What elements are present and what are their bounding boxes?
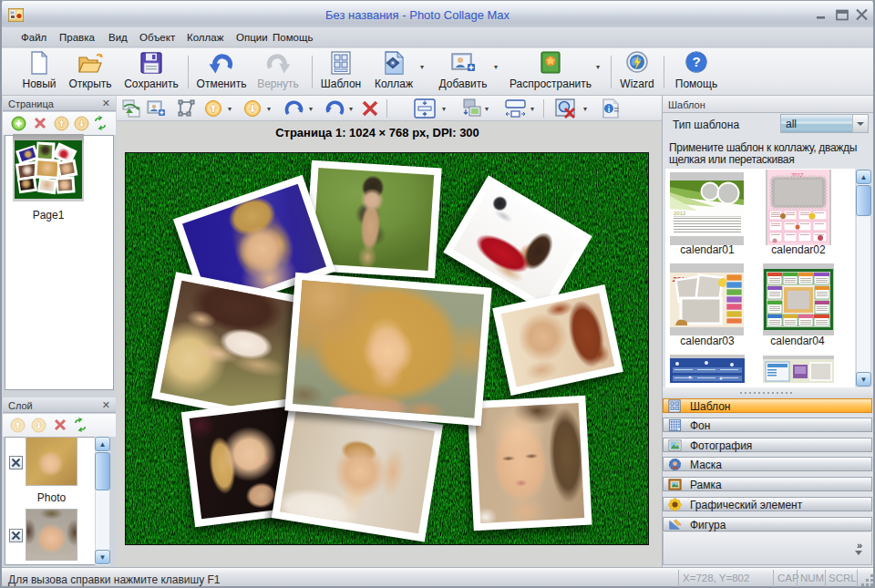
svg-text:?: ?: [692, 54, 700, 69]
svg-text:2012: 2012: [674, 211, 686, 216]
svg-text:i: i: [608, 105, 611, 114]
